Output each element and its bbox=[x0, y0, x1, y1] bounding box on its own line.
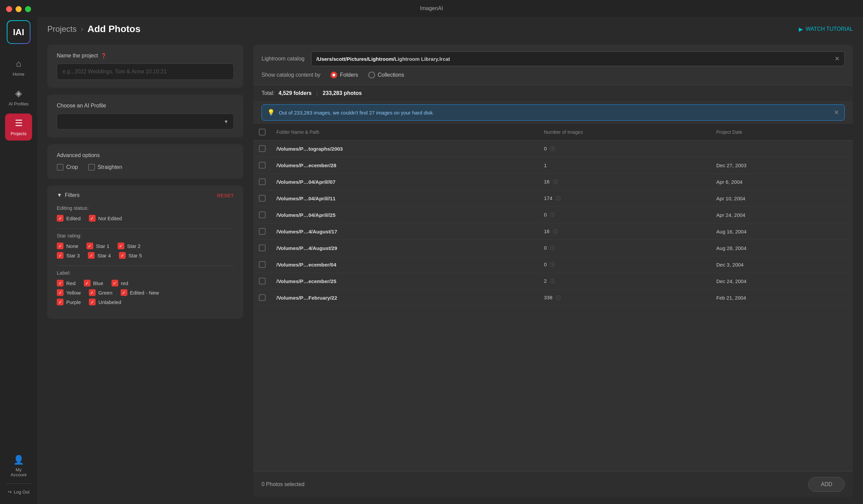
edited-new-filter[interactable]: ✓ Edited - New bbox=[121, 289, 159, 296]
breadcrumb: Projects › Add Photos bbox=[47, 24, 140, 35]
my-account-button[interactable]: 👤 My Account bbox=[5, 451, 32, 481]
total-photos: 233,283 photos bbox=[323, 90, 362, 96]
row-checkbox[interactable] bbox=[259, 212, 266, 218]
star-4-filter[interactable]: ✓ Star 4 bbox=[88, 252, 111, 259]
star-5-filter[interactable]: ✓ Star 5 bbox=[119, 252, 142, 259]
ai-profile-select-wrapper: ▼ bbox=[57, 113, 234, 129]
star-2-checkbox: ✓ bbox=[117, 242, 124, 249]
info-icon[interactable]: ⓘ bbox=[556, 295, 561, 300]
folder-path-text: /Volumes/P…04/April//07 bbox=[276, 179, 336, 185]
info-icon[interactable]: ⓘ bbox=[550, 146, 555, 151]
blue-filter[interactable]: ✓ Blue bbox=[84, 280, 103, 287]
star-rating-group: Star rating: ✓ None ✓ Star 1 ✓ Star 2 bbox=[57, 233, 234, 259]
red-filter[interactable]: ✓ Red bbox=[57, 280, 76, 287]
row-checkbox-cell bbox=[253, 174, 271, 190]
sidebar-item-projects[interactable]: ☰ Projects bbox=[5, 113, 32, 140]
row-date: Apr 24, 2004 bbox=[711, 207, 853, 223]
star-3-filter[interactable]: ✓ Star 3 bbox=[57, 252, 80, 259]
star-none-filter[interactable]: ✓ None bbox=[57, 242, 78, 249]
row-images: 1 bbox=[539, 157, 711, 174]
unlabeled-label: Unlabeled bbox=[98, 299, 121, 305]
warning-close-button[interactable]: ✕ bbox=[834, 109, 839, 116]
row-checkbox[interactable] bbox=[259, 145, 266, 152]
row-checkbox[interactable] bbox=[259, 228, 266, 235]
row-checkbox[interactable] bbox=[259, 162, 266, 168]
purple-filter[interactable]: ✓ Purple bbox=[57, 299, 81, 305]
info-icon[interactable]: ⓘ bbox=[550, 262, 555, 267]
info-icon[interactable]: ⓘ bbox=[553, 229, 558, 234]
green-filter[interactable]: ✓ Green bbox=[89, 289, 113, 296]
ai-profile-select[interactable] bbox=[57, 113, 234, 129]
star-1-filter[interactable]: ✓ Star 1 bbox=[87, 242, 110, 249]
label-row-2: ✓ Yellow ✓ Green ✓ Edited - New bbox=[57, 289, 234, 296]
row-path: /Volumes/P…4/August/17 bbox=[271, 223, 539, 240]
info-icon[interactable]: ⓘ bbox=[553, 179, 558, 185]
folder-table-container: Folder Name & Path Number of Images Proj… bbox=[253, 124, 853, 471]
projects-icon: ☰ bbox=[15, 118, 23, 128]
crop-label: Crop bbox=[66, 164, 78, 170]
info-icon[interactable]: ⓘ bbox=[550, 245, 555, 251]
total-folders: 4,529 folders bbox=[278, 90, 312, 96]
row-checkbox[interactable] bbox=[259, 261, 266, 268]
add-button[interactable]: ADD bbox=[808, 477, 845, 492]
table-row: /Volumes/P…ecember/25 2 ⓘ Dec 24, 2004 bbox=[253, 273, 853, 290]
info-icon[interactable]: ⓘ bbox=[550, 278, 555, 284]
edited-filter[interactable]: ✓ Edited bbox=[57, 215, 81, 222]
filters-toggle[interactable]: ▼ Filters bbox=[57, 192, 79, 198]
reset-filters-button[interactable]: RESET bbox=[217, 192, 234, 198]
collections-radio[interactable]: Collections bbox=[368, 72, 404, 78]
red2-filter[interactable]: ✓ red bbox=[112, 280, 128, 287]
folder-table: Folder Name & Path Number of Images Proj… bbox=[253, 124, 853, 306]
logout-button[interactable]: ↪ Log Out bbox=[4, 487, 34, 497]
row-checkbox-cell bbox=[253, 273, 271, 290]
star-2-filter[interactable]: ✓ Star 2 bbox=[117, 242, 140, 249]
folders-radio[interactable]: Folders bbox=[330, 72, 358, 78]
sidebar-item-ai-profiles[interactable]: ◈ AI Profiles bbox=[5, 84, 32, 111]
help-icon[interactable]: ❓ bbox=[101, 53, 107, 59]
yellow-filter[interactable]: ✓ Yellow bbox=[57, 289, 81, 296]
sidebar-item-label: Home bbox=[13, 72, 25, 77]
row-date: Feb 21, 2004 bbox=[711, 290, 853, 306]
catalog-clear-button[interactable]: ✕ bbox=[835, 55, 840, 63]
traffic-lights bbox=[6, 6, 31, 12]
account-icon: 👤 bbox=[13, 455, 24, 465]
row-checkbox[interactable] bbox=[259, 294, 266, 301]
folder-path-text: /Volumes/P…ecember/04 bbox=[276, 262, 336, 267]
row-checkbox[interactable] bbox=[259, 178, 266, 185]
breadcrumb-parent[interactable]: Projects bbox=[47, 24, 77, 34]
minimize-button[interactable] bbox=[15, 6, 22, 12]
sidebar-bottom: 👤 My Account ↪ Log Out bbox=[0, 451, 37, 504]
not-edited-filter[interactable]: ✓ Not Edited bbox=[89, 215, 122, 222]
straighten-checkbox[interactable]: Straighten bbox=[88, 164, 122, 171]
table-row: /Volumes/P…February/22 338 ⓘ Feb 21, 200… bbox=[253, 290, 853, 306]
row-date: Aug 16, 2004 bbox=[711, 223, 853, 240]
crop-checkbox[interactable]: Crop bbox=[57, 164, 78, 171]
label-row-3: ✓ Purple ✓ Unlabeled bbox=[57, 299, 234, 305]
folder-path-text: /Volumes/P…tographs/2003 bbox=[276, 146, 343, 152]
purple-label: Purple bbox=[66, 299, 81, 305]
info-icon[interactable]: ⓘ bbox=[556, 196, 561, 201]
sidebar-item-home[interactable]: ⌂ Home bbox=[5, 54, 32, 81]
sidebar: IAI ⌂ Home ◈ AI Profiles ☰ Projects 👤 My… bbox=[0, 0, 37, 504]
row-images: 0 ⓘ bbox=[539, 256, 711, 273]
star-none-checkbox: ✓ bbox=[57, 242, 63, 249]
select-all-checkbox[interactable] bbox=[259, 129, 266, 136]
maximize-button[interactable] bbox=[25, 6, 31, 12]
main-inner: Name the project ❓ Choose an AI Profile … bbox=[37, 35, 863, 504]
watch-tutorial-button[interactable]: ▶ WATCH TUTORIAL bbox=[799, 26, 853, 33]
row-checkbox[interactable] bbox=[259, 244, 266, 251]
folder-path-text: /Volumes/P…4/August/29 bbox=[276, 245, 337, 251]
unlabeled-filter[interactable]: ✓ Unlabeled bbox=[89, 299, 121, 305]
info-icon[interactable]: ⓘ bbox=[550, 212, 555, 217]
star-1-label: Star 1 bbox=[96, 243, 110, 249]
watch-tutorial-label: WATCH TUTORIAL bbox=[805, 26, 853, 32]
project-name-input[interactable] bbox=[57, 63, 234, 80]
close-button[interactable] bbox=[6, 6, 12, 12]
filter-divider bbox=[57, 228, 234, 229]
folder-path-text: /Volumes/P…February/22 bbox=[276, 295, 337, 301]
row-checkbox[interactable] bbox=[259, 195, 266, 202]
folder-path-text: /Volumes/P…ecember/28 bbox=[276, 163, 336, 168]
table-row: /Volumes/P…04/April//07 16 ⓘ Apr 6, 2004 bbox=[253, 174, 853, 190]
row-checkbox[interactable] bbox=[259, 278, 266, 285]
red-label: Red bbox=[66, 280, 76, 286]
